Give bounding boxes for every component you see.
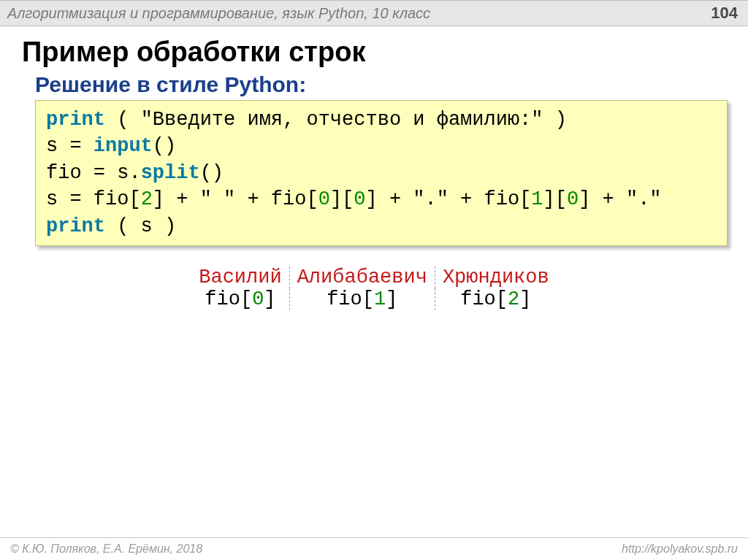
code-text: ( s ): [105, 215, 176, 237]
code-text: (: [105, 109, 141, 131]
diagram-name: Хрюндиков: [435, 266, 556, 288]
course-title: Алгоритмизация и программирование, язык …: [7, 5, 430, 22]
code-number: 1: [531, 188, 543, 210]
slide: Алгоритмизация и программирование, язык …: [0, 0, 748, 560]
code-number: 0: [567, 188, 579, 210]
diagram-label: fio[0]: [191, 288, 289, 310]
code-text: s = fio[: [46, 188, 141, 210]
code-keyword-print: print: [46, 109, 105, 131]
page-number: 104: [711, 4, 738, 23]
top-bar: Алгоритмизация и программирование, язык …: [0, 0, 748, 26]
diagram-label: fio[2]: [435, 288, 556, 310]
code-keyword-split: split: [141, 162, 200, 184]
split-diagram: Василий Алибабаевич Хрюндиков fio[0] fio…: [0, 266, 748, 310]
subtitle: Решение в стиле Python:: [35, 72, 748, 97]
code-block: print ( "Введите имя, отчество и фамилию…: [35, 100, 728, 246]
code-keyword-print: print: [46, 215, 105, 237]
code-number: 0: [318, 188, 330, 210]
code-text: fio = s.: [46, 162, 141, 184]
diagram-name: Василий: [191, 266, 289, 288]
code-text: ] + " " + fio[: [153, 188, 318, 210]
footer-url: http://kpolyakov.spb.ru: [622, 542, 738, 556]
code-text: (): [200, 162, 224, 184]
diagram-name: Алибабаевич: [289, 266, 435, 288]
code-keyword-input: input: [94, 135, 153, 157]
code-text: s =: [46, 135, 94, 157]
code-text: ] + "." + fio[: [365, 188, 531, 210]
page-title: Пример обработки строк: [22, 37, 748, 68]
code-text: (): [153, 135, 176, 157]
code-number: 0: [354, 188, 365, 210]
code-text: ): [543, 109, 567, 131]
code-string: "Введите имя, отчество и фамилию:": [141, 109, 543, 131]
code-text: ][: [543, 188, 567, 210]
code-number: 2: [141, 188, 153, 210]
code-text: ][: [330, 188, 354, 210]
footer-copyright: © К.Ю. Поляков, Е.А. Ерёмин, 2018: [10, 542, 202, 556]
code-text: ] + ".": [579, 188, 661, 210]
diagram-label: fio[1]: [289, 288, 435, 310]
footer: © К.Ю. Поляков, Е.А. Ерёмин, 2018 http:/…: [0, 537, 748, 560]
